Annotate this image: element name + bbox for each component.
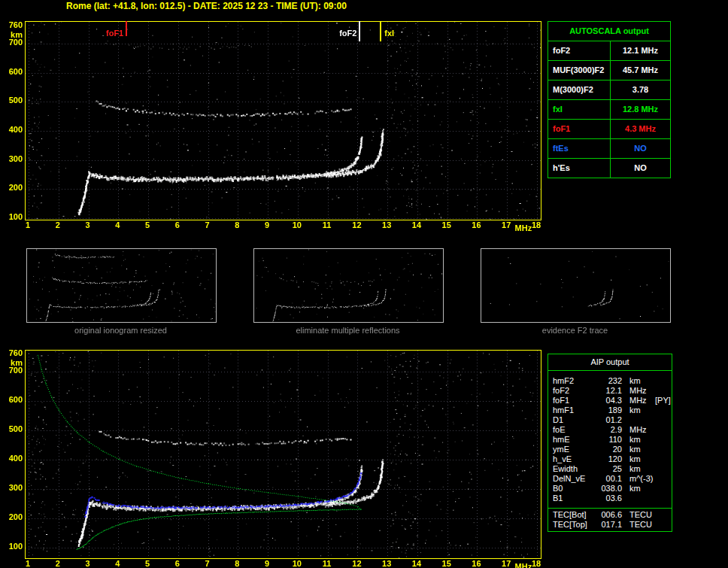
aip-row-unit: km — [629, 405, 655, 415]
aip-row-name: ymE — [553, 445, 596, 454]
aip-row-value: 006.6 — [596, 510, 622, 520]
ionogram-plot-bottom — [25, 350, 541, 559]
x-axis-tick-label: 14 — [405, 560, 428, 568]
x-axis-tick-label: 4 — [106, 560, 129, 568]
autoscala-row-label: foF1 — [548, 120, 611, 138]
y-axis-tick-label: 700 — [2, 366, 23, 375]
x-axis-tick-label: 5 — [136, 221, 159, 229]
y-axis-tick-label: 100 — [2, 542, 23, 551]
aip-tec-section: TEC[Bot]006.6TECUTEC[Top]017.1TECU — [548, 508, 672, 531]
x-axis-tick-label: 8 — [226, 221, 248, 229]
aip-row-value: 00.1 — [596, 474, 622, 484]
x-axis-tick-label: 5 — [136, 560, 159, 568]
aip-row-name: Ewidth — [553, 464, 596, 474]
autoscala-row-value: 12.8 MHz — [611, 100, 670, 119]
y-axis-tick-label: 200 — [2, 184, 23, 192]
x-axis-tick-label: 9 — [256, 560, 278, 568]
x-axis-tick-label: 16 — [465, 560, 487, 568]
y-axis-tick-label: 500 — [2, 96, 23, 105]
aip-table-row: hmE110km — [548, 435, 672, 445]
thumbnail-canvas-1 — [27, 249, 216, 322]
y-axis-tick-label: 600 — [2, 68, 23, 76]
x-axis-tick-label: 16 — [465, 221, 487, 229]
y-axis-tick-label: 760 — [2, 21, 23, 29]
x-axis-tick-label: 10 — [286, 560, 308, 568]
autoscala-table-row: foF212.1 MHz — [548, 41, 670, 61]
aip-row-unit: MHz — [629, 425, 655, 435]
aip-table-row: B103.6 — [548, 494, 672, 503]
autoscala-table-row: ftEsNO — [548, 139, 670, 159]
ionogram-plot-top — [25, 21, 541, 220]
autoscala-table-row: M(3000)F23.78 — [548, 80, 670, 100]
x-axis-tick-label: 7 — [196, 560, 219, 568]
autoscala-table-row: MUF(3000)F245.7 MHz — [548, 61, 670, 80]
thumbnail-2 — [253, 248, 444, 323]
y-axis-tick-label: 700 — [2, 38, 23, 47]
y-axis-tick-label: 400 — [2, 454, 23, 463]
aip-table-row: D101.2 — [548, 415, 672, 425]
x-axis-tick-label: 12 — [345, 221, 368, 229]
aip-table-row: B0038.0km — [548, 484, 672, 494]
y-axis-tick-label: 760 — [2, 349, 23, 357]
autoscala-row-value: 3.78 — [611, 80, 670, 99]
y-axis-tick-label: 600 — [2, 396, 23, 404]
thumbnail-1 — [26, 248, 217, 323]
aip-row-unit: km — [629, 454, 655, 464]
aip-row-unit: km — [629, 376, 655, 386]
aip-row-unit: MHz — [629, 386, 655, 396]
aip-row-name: DelN_vE — [553, 474, 596, 484]
thumbnail-canvas-3 — [481, 249, 670, 322]
aip-row-unit: m^(-3) — [629, 474, 655, 484]
thumbnail-caption-3: evidence F2 trace — [481, 326, 669, 335]
autoscala-table-row: h'EsNO — [548, 159, 670, 178]
x-axis-tick-label: 15 — [435, 560, 458, 568]
x-axis-tick-label: 2 — [47, 221, 69, 229]
aip-row-value: 01.2 — [596, 415, 622, 425]
aip-row-value: 2.9 — [596, 425, 622, 435]
aip-row-value: 110 — [596, 435, 622, 445]
autoscala-output-table: AUTOSCALA outputfoF212.1 MHzMUF(3000)F24… — [548, 21, 671, 178]
aip-row-name: D1 — [553, 415, 596, 425]
aip-row-name: foF1 — [553, 396, 596, 405]
x-axis-tick-label: 6 — [166, 221, 189, 229]
aip-row-unit — [629, 415, 655, 425]
aip-table-body: hmF2232kmfoF212.1MHzfoF104.3MHz[PY]hmF11… — [548, 371, 672, 508]
autoscala-row-label: h'Es — [548, 159, 611, 178]
aip-row-unit: km — [629, 464, 655, 474]
aip-row-value: 189 — [596, 405, 622, 415]
x-axis-tick-label: 10 — [286, 221, 308, 229]
aip-row-value: 120 — [596, 454, 622, 464]
autoscala-row-label: MUF(3000)F2 — [548, 61, 611, 80]
thumbnail-caption-2: eliminate multiple reflections — [253, 326, 442, 335]
thumbnail-3 — [481, 248, 671, 323]
aip-row-name: h_vE — [553, 454, 596, 464]
aip-row-extra: [PY] — [655, 396, 672, 405]
aip-table-row: TEC[Bot]006.6TECU — [548, 510, 672, 520]
aip-table-row: hmF2232km — [548, 376, 672, 386]
autoscala-row-value: 12.1 MHz — [611, 41, 670, 60]
x-axis-tick-label: 2 — [47, 560, 69, 568]
aip-table-row: h_vE120km — [548, 454, 672, 464]
y-axis-tick-label: 500 — [2, 425, 23, 433]
aip-row-name: TEC[Bot] — [553, 510, 596, 520]
autoscala-row-value: NO — [611, 159, 670, 178]
x-axis-unit-label: MHz — [512, 563, 535, 568]
aip-output-table: AIP outputhmF2232kmfoF212.1MHzfoF104.3MH… — [548, 354, 672, 532]
aip-table-row: DelN_vE00.1m^(-3) — [548, 474, 672, 484]
ionogram-canvas-top — [26, 22, 541, 220]
x-axis-tick-label: 13 — [375, 221, 398, 229]
aip-table-row: hmF1189km — [548, 405, 672, 415]
aip-table-header: AIP output — [548, 354, 672, 371]
aip-table-row: foF212.1MHz — [548, 386, 672, 396]
aip-row-value: 12.1 — [596, 386, 622, 396]
aip-row-name: foE — [553, 425, 596, 435]
aip-table-row: foF104.3MHz[PY] — [548, 396, 672, 405]
x-axis-tick-label: 17 — [495, 560, 517, 568]
aip-row-value: 25 — [596, 464, 622, 474]
aip-table-row: ymE20km — [548, 445, 672, 454]
aip-row-unit: km — [629, 435, 655, 445]
autoscala-row-label: foF2 — [548, 41, 611, 60]
autoscala-row-value: 4.3 MHz — [611, 120, 670, 138]
x-axis-tick-label: 9 — [256, 221, 278, 229]
aip-row-unit: TECU — [629, 520, 655, 530]
